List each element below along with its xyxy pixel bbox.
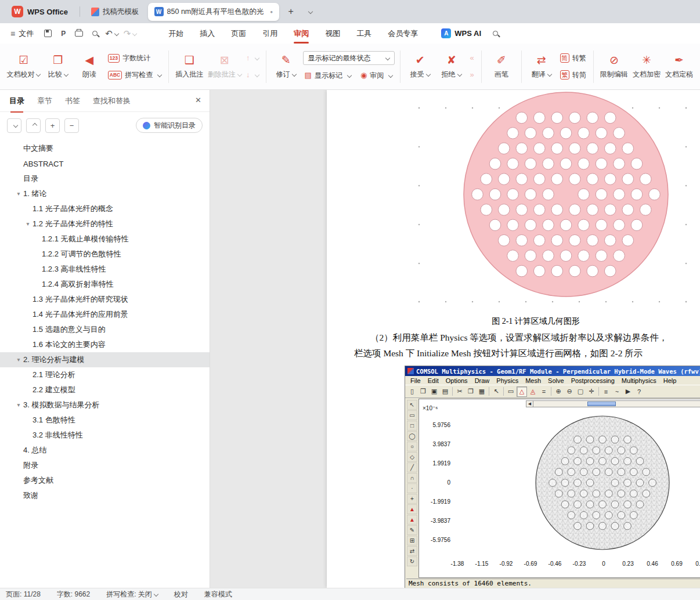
comsol-body: ↖▭□◯○◇╱∩·+▲▲✎⊞⇄↻ ×10⁻⁶ (406, 399, 700, 578)
print-preview-button[interactable] (88, 27, 102, 41)
expand-arrow-icon[interactable]: ▼ (23, 221, 33, 227)
previous-comment-button[interactable]: ↑ (244, 52, 261, 64)
ribbon-tab-视图[interactable]: 视图 (317, 23, 348, 44)
toc-item[interactable]: 1.6 本论文的主要内容 (0, 337, 210, 352)
y-tick-label: -5.9756 (424, 537, 450, 543)
translate-button[interactable]: ⇄ 翻译 (527, 48, 556, 85)
document-tab[interactable]: 找稿壳模板 (85, 3, 146, 21)
expand-all-button[interactable] (26, 118, 41, 133)
reject-button[interactable]: ✘ 拒绝 (437, 48, 466, 85)
pen-button[interactable]: ✐ 画笔 (487, 48, 516, 85)
ribbon-tab-页面[interactable]: 页面 (223, 23, 254, 44)
show-markup-label: 显示标记 (315, 71, 342, 81)
toc-item[interactable]: ▼3. 模拟数据与结果分析 (0, 397, 210, 413)
page-indicator[interactable]: 页面: 11/28 (6, 590, 41, 599)
toc-item[interactable]: 2.2 建立模型 (0, 382, 210, 397)
toc-item[interactable]: 1.2.2 可调节的色散特性 (0, 247, 210, 262)
toc-item[interactable]: 3.1 色散特性 (0, 413, 210, 428)
panel-tab-查找和替换[interactable]: 查找和替换 (93, 96, 131, 106)
toc-item[interactable]: ▼1.2 光子晶体光纤的特性 (0, 216, 210, 232)
ribbon-tab-开始[interactable]: 开始 (160, 23, 192, 44)
next-change-button[interactable]: » (468, 68, 476, 81)
toc-item-label: 3.2 非线性特性 (33, 430, 83, 440)
document-page[interactable]: 图 2-1 计算区域几何图形 （2）利用菜单栏 Physics 等选项，设置求解… (327, 90, 700, 588)
document-area[interactable]: 图 2-1 计算区域几何图形 （2）利用菜单栏 Physics 等选项，设置求解… (210, 90, 700, 588)
expand-arrow-icon[interactable]: ▼ (14, 402, 23, 408)
new-tab-button[interactable]: + (284, 5, 298, 19)
toc-item[interactable]: 附录 (0, 458, 210, 473)
toc-item[interactable]: 1.2.1 无截止单模传输特性 (0, 232, 210, 247)
accept-button[interactable]: ✔ 接受 (406, 48, 435, 85)
proofread-button[interactable]: 校对 (174, 590, 188, 599)
panel-tab-章节[interactable]: 章节 (37, 96, 52, 106)
ribbon-tab-会员专享[interactable]: 会员专享 (380, 23, 426, 44)
save-button[interactable] (41, 27, 55, 41)
toc-item[interactable]: 目录 (0, 171, 210, 186)
panel-tab-目录[interactable]: 目录 (9, 96, 24, 106)
next-comment-button[interactable]: ↓ (244, 68, 261, 81)
compatibility-mode-indicator[interactable]: 兼容模式 (204, 590, 232, 599)
undo-button[interactable]: ↶ (103, 27, 120, 41)
word-count-indicator[interactable]: 字数: 9662 (57, 590, 90, 599)
ribbon-tab-工具[interactable]: 工具 (348, 23, 380, 44)
document-tab[interactable]: W850 nm附近具有平坦色散的光● (148, 3, 280, 21)
previous-change-button[interactable]: « (468, 52, 476, 64)
toc-item[interactable]: 1.2.3 高非线性特性 (0, 262, 210, 277)
toc-item[interactable]: 1.5 选题的意义与目的 (0, 322, 210, 337)
track-changes-icon: ✎ (282, 54, 291, 67)
wps-ai-button[interactable]: A WPS AI (441, 28, 481, 38)
zoom-in-toc-button[interactable]: + (45, 118, 60, 133)
x-tick-label: 0.92 (688, 561, 700, 567)
toc-item[interactable]: ▼1. 绪论 (0, 186, 210, 201)
toc-item[interactable]: 4. 总结 (0, 443, 210, 458)
markup-state-select[interactable]: 显示标记的最终状态 (303, 51, 395, 65)
wps-home-button[interactable]: W WPS Office (5, 0, 75, 23)
spellcheck-toggle[interactable]: 拼写检查: 关闭 (106, 590, 158, 599)
comsol-menu-options: Options (442, 377, 471, 384)
track-changes-button[interactable]: ✎ 修订 (272, 48, 301, 85)
toc-item[interactable]: 1.2.4 高双折射率特性 (0, 277, 210, 292)
tab-list-button[interactable] (302, 5, 316, 19)
expand-arrow-icon[interactable]: ▼ (14, 191, 23, 197)
ribbon-tab-引用[interactable]: 引用 (254, 23, 286, 44)
collapse-all-button[interactable] (7, 118, 21, 133)
encrypt-document-button[interactable]: ✳ 文档加密 (632, 48, 662, 85)
print-button[interactable] (72, 27, 86, 41)
close-panel-button[interactable]: ✕ (195, 96, 201, 104)
spell-check-button[interactable]: ABC 拼写检查 (106, 68, 163, 81)
toc-item[interactable]: 致谢 (0, 488, 210, 503)
ribbon-tab-审阅[interactable]: 审阅 (286, 23, 317, 44)
expand-arrow-icon[interactable]: ▼ (14, 357, 23, 363)
toc-item[interactable]: 1.1 光子晶体光纤的概念 (0, 201, 210, 216)
toc-item[interactable]: 1.3 光子晶体光纤的研究现状 (0, 292, 210, 307)
toc-item[interactable]: 3.2 非线性特性 (0, 428, 210, 443)
toc-item[interactable]: 中文摘要 (0, 141, 210, 156)
toc-item[interactable]: 1.4 光子晶体光纤的应用前景 (0, 307, 210, 322)
finalize-document-button[interactable]: ✒ 文档定稿 (664, 48, 694, 85)
panel-tab-书签[interactable]: 书签 (65, 96, 80, 106)
redo-button[interactable]: ↷ (122, 27, 139, 41)
doc-proofread-button[interactable]: ☑ 文档校对 (6, 48, 41, 85)
next-comment-icon: ↓ (246, 70, 250, 79)
delete-comment-button[interactable]: ⊠ 删除批注 (207, 48, 242, 85)
toc-item[interactable]: 2.1 理论分析 (0, 367, 210, 382)
traditional-to-simplified-button[interactable]: 繁 转简 (558, 68, 588, 81)
smart-toc-button[interactable]: 智能识别目录 (136, 118, 203, 133)
toc-item[interactable]: ▼2. 理论分析与建模 (0, 352, 210, 367)
toc-item[interactable]: 参考文献 (0, 473, 210, 488)
restrict-editing-button[interactable]: ⊘ 限制编辑 (599, 48, 629, 85)
read-aloud-button[interactable]: ◀ 朗读 (75, 48, 104, 85)
show-markup-button[interactable]: ▤ 显示标记 (303, 69, 353, 82)
word-count-button[interactable]: 123 字数统计 (106, 52, 163, 64)
export-pdf-button[interactable]: P (56, 27, 70, 41)
ribbon-tab-插入[interactable]: 插入 (192, 23, 223, 44)
file-menu-button[interactable]: ≡ 文件 (6, 26, 38, 41)
review-mode-button[interactable]: ◉ 审阅 (359, 69, 394, 82)
compare-button[interactable]: ❐ 比较 (44, 48, 73, 85)
y-tick-label: -3.9837 (424, 518, 450, 524)
insert-comment-button[interactable]: ❑ 插入批注 (174, 48, 204, 85)
simplified-to-traditional-button[interactable]: 简 转繁 (558, 52, 588, 64)
zoom-out-toc-button[interactable]: − (64, 118, 79, 133)
search-icon[interactable] (493, 31, 498, 36)
toc-item[interactable]: ABSTRACT (0, 156, 210, 171)
